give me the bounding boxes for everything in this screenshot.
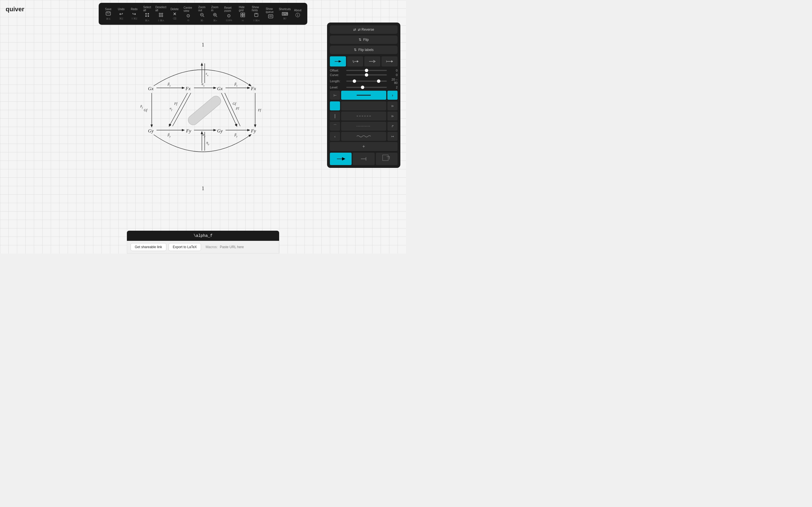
bottom-bar: \alpha_f Get shareable link Export to La… xyxy=(127,231,279,253)
curve-value: 0 xyxy=(389,73,398,76)
line-style-empty[interactable] xyxy=(341,101,386,110)
toolbar-show-queue[interactable]: Show queue xyxy=(263,6,278,21)
reverse-button[interactable]: ⇄ ⇄ Reverse xyxy=(330,25,398,34)
line-style-dashed[interactable] xyxy=(341,112,386,121)
level-label: Level: xyxy=(330,86,344,89)
share-link-button[interactable]: Get shareable link xyxy=(131,243,166,251)
right-panel: ⇄ ⇄ Reverse ⇅ Flip ⇅ Flip labels Offset:… xyxy=(327,22,400,168)
svg-point-6 xyxy=(159,13,160,15)
curve-thumb[interactable] xyxy=(365,73,368,76)
line-style-wave[interactable] xyxy=(341,132,386,141)
length-thumb-max[interactable] xyxy=(377,79,380,83)
arrow-style-hook[interactable] xyxy=(347,56,363,66)
toolbar-zoom-in[interactable]: Zoom in ⌘= xyxy=(209,4,221,23)
offset-track[interactable] xyxy=(346,70,387,71)
toolbar-deselect-all[interactable]: Deselect all ⇧⌘A xyxy=(154,4,168,23)
arrow-style-grid xyxy=(330,56,398,66)
svg-point-5 xyxy=(147,15,149,17)
toolbar-show-hints[interactable]: Show hints ⇧⌘H xyxy=(250,4,263,23)
node-Fy1[interactable]: Fy xyxy=(186,128,191,133)
latex-display[interactable]: \alpha_f xyxy=(127,231,279,241)
svg-rect-17 xyxy=(241,13,243,15)
node-Fx2[interactable]: Fx xyxy=(251,86,256,91)
macros-input[interactable] xyxy=(220,245,275,249)
node-Fx1[interactable]: Fx xyxy=(185,86,191,91)
svg-line-12 xyxy=(203,16,204,17)
app-logo: quiver xyxy=(6,6,24,13)
node-Gy1[interactable]: Gy xyxy=(148,128,154,133)
bottom-style-bar-arrow[interactable] xyxy=(353,153,374,165)
arrow-style-tail[interactable] xyxy=(382,56,398,66)
svg-point-4 xyxy=(145,15,147,17)
svg-line-16 xyxy=(216,16,217,17)
node-Gy2[interactable]: Gy xyxy=(217,128,223,133)
label-Ff-right: Ff xyxy=(258,108,261,112)
node-Fy2[interactable]: Fy xyxy=(251,128,256,133)
label-epsx: εx xyxy=(206,71,208,76)
line-style-angle-right[interactable]: ⊳ xyxy=(388,101,398,110)
level-thumb[interactable] xyxy=(361,86,364,89)
arrow-style-filled[interactable] xyxy=(330,56,346,66)
toolbar-reset-zoom[interactable]: Reset zoom ⊙ 119% xyxy=(222,5,236,23)
toolbar-delete[interactable]: Delete ✕ ⌫ xyxy=(168,6,181,21)
line-style-active-blue[interactable] xyxy=(330,101,340,110)
label-betax2: βx xyxy=(234,82,238,87)
length-track[interactable] xyxy=(346,80,387,82)
length-label: Length: xyxy=(330,79,344,83)
length-slider-row: Length: 20 – 80 xyxy=(330,78,398,84)
action-bar: Get shareable link Export to LaTeX Macro… xyxy=(127,241,279,253)
line-style-hook-left[interactable]: ⊢ xyxy=(330,91,340,100)
flip-button[interactable]: ⇅ Flip xyxy=(330,36,398,44)
offset-thumb[interactable] xyxy=(365,69,368,72)
node-Gx1[interactable]: Gx xyxy=(148,86,154,91)
toolbar-undo[interactable]: Undo ↩ ⌘Z xyxy=(115,6,128,21)
toolbar-redo[interactable]: Redo ↪ ⇧⌘Z xyxy=(128,6,140,21)
label-betaf-left: βf xyxy=(140,104,143,109)
diagram-svg[interactable]: 1 1 Gx Fx Gx Fx Gy Fy Gy Fy βx αx βx βy … xyxy=(104,28,302,203)
line-style-solid[interactable] xyxy=(341,91,386,100)
line-style-row2: ⊳ xyxy=(330,101,398,110)
latex-content: \alpha_f xyxy=(193,233,212,238)
svg-rect-0 xyxy=(106,12,110,15)
svg-rect-22 xyxy=(268,15,273,18)
line-style-arrow-head[interactable]: › xyxy=(388,91,398,100)
toolbar-about[interactable]: About ⓘ xyxy=(292,8,304,20)
line-style-bar-r[interactable]: ↦ xyxy=(388,132,398,141)
line-style-star[interactable]: ⊳ xyxy=(388,112,398,121)
flip-labels-button[interactable]: ⇅ Flip labels xyxy=(330,46,398,54)
curve-track[interactable] xyxy=(346,74,387,75)
line-style-curve-l[interactable]: ⌒ xyxy=(330,122,340,131)
length-thumb-min[interactable] xyxy=(353,79,356,83)
line-style-dotted[interactable] xyxy=(341,122,386,131)
line-style-row1: ⊢ › xyxy=(330,91,398,100)
line-style-row3: | ⊳ xyxy=(330,112,398,121)
bottom-style-full-arrow[interactable] xyxy=(330,153,352,165)
arrow-style-plain[interactable] xyxy=(364,56,380,66)
label-betay1: βy xyxy=(167,133,170,138)
toolbar-zoom-out[interactable]: Zoom out ⌘- xyxy=(196,4,208,23)
level-track[interactable] xyxy=(346,87,387,88)
flip-label: Flip xyxy=(363,38,368,42)
line-style-bar[interactable]: | xyxy=(330,112,340,121)
line-style-curve-tail[interactable]: ↱ xyxy=(388,122,398,131)
svg-rect-20 xyxy=(243,15,245,17)
arrow-diag-right-1[interactable] xyxy=(221,93,237,126)
toolbar-shortcuts[interactable]: Shortcuts ⌨ ⌘/ xyxy=(278,6,291,21)
line-style-plus-center[interactable]: + xyxy=(330,142,398,151)
line-style-angle[interactable]: ‹ xyxy=(330,132,340,141)
line-style-row4: ⌒ ↱ xyxy=(330,122,398,131)
toolbar-centre-view[interactable]: Centre view ⊙ G xyxy=(181,5,195,23)
toolbar-hide-grid[interactable]: Hide grid H xyxy=(237,4,249,23)
svg-rect-19 xyxy=(241,15,243,17)
bottom-style-corner-arrows[interactable] xyxy=(376,153,398,165)
node-Gx2[interactable]: Gx xyxy=(217,86,223,91)
toolbar-save[interactable]: Save ⌘S xyxy=(102,6,114,21)
export-latex-button[interactable]: Export to LaTeX xyxy=(168,243,201,251)
diagram-container[interactable]: 1 1 Gx Fx Gx Fx Gy Fy Gy Fy βx αx βx βy … xyxy=(104,28,302,203)
toolbar-select-all[interactable]: Select all ⌘A xyxy=(141,4,153,23)
label-Ff-mid: Ff xyxy=(174,102,177,106)
svg-marker-28 xyxy=(357,60,359,62)
svg-rect-18 xyxy=(243,13,245,15)
svg-rect-40 xyxy=(383,155,388,161)
bottom-label: 1 xyxy=(202,186,204,191)
